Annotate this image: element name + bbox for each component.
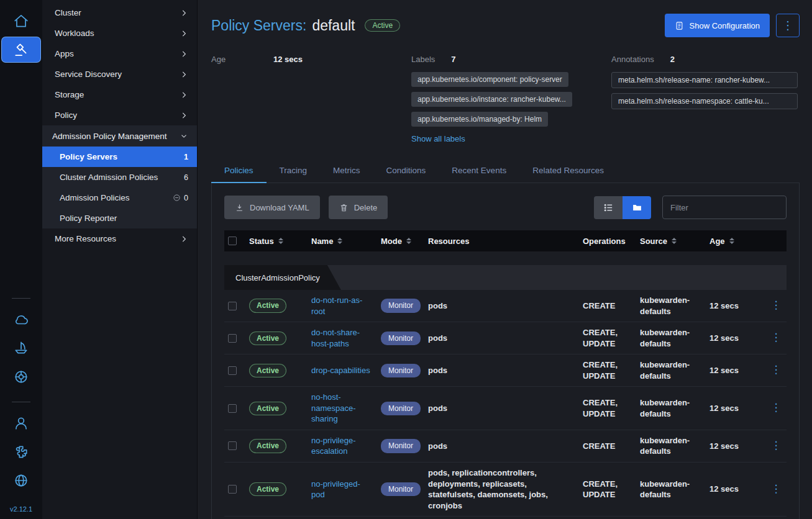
row-actions-kebab[interactable]: ⋮ (771, 439, 782, 453)
annotations-chips: meta.helm.sh/release-name: rancher-kubew… (611, 72, 800, 109)
operations-cell: CREATE (579, 430, 636, 463)
operations-cell: CREATE, UPDATE (579, 322, 636, 354)
mode-cell: Monitor (377, 322, 424, 354)
delete-button[interactable]: Delete (329, 196, 388, 219)
status-badge: Active (249, 332, 286, 345)
policy-name-link[interactable]: no-privileged-pod (311, 479, 373, 500)
tab-metrics[interactable]: Metrics (320, 160, 373, 183)
source-cell: kubewarden-defaults (636, 290, 706, 322)
header-actions-kebab[interactable]: ⋮ (776, 14, 800, 37)
mode-pill: Monitor (381, 364, 421, 377)
mode-pill: Monitor (381, 299, 421, 312)
row-checkbox[interactable] (228, 485, 237, 494)
age-cell: 12 secs (706, 430, 765, 463)
sidebar-item-policy[interactable]: Policy (42, 105, 197, 125)
sidebar-group-header[interactable]: Admission Policy Management (42, 125, 197, 147)
age-cell: 12 secs (706, 354, 765, 387)
grouped-view-button[interactable] (623, 196, 651, 219)
label-chip: app.kubernetes.io/instance: rancher-kube… (411, 92, 572, 107)
age-cell: 12 secs (706, 290, 765, 322)
select-all-checkbox[interactable] (228, 237, 237, 245)
sidebar-subitem-label: Policy Servers (60, 152, 184, 161)
mode-cell: Monitor (377, 463, 424, 517)
row-checkbox[interactable] (228, 404, 237, 413)
row-actions-kebab[interactable]: ⋮ (771, 363, 782, 377)
operations-cell: CREATE (579, 290, 636, 322)
tab-related-resources[interactable]: Related Resources (519, 160, 617, 183)
status-badge: Active (365, 19, 400, 32)
source-value: kubewarden-defaults (640, 327, 702, 349)
source-value: kubewarden-defaults (640, 295, 702, 317)
labels-label: Labels (411, 55, 435, 64)
resources-cell: pods (424, 430, 579, 463)
row-actions-kebab[interactable]: ⋮ (771, 482, 782, 497)
policy-name-link[interactable]: do-not-run-as-root (311, 295, 373, 317)
sidebar-item-label: Cluster (55, 8, 180, 17)
column-header-source[interactable]: Source (636, 230, 706, 251)
resources-value: pods (428, 403, 447, 414)
age-value: 12 secs (273, 55, 303, 64)
name-cell: do-not-share-host-paths (308, 322, 377, 354)
list-view-button[interactable] (594, 196, 623, 219)
labels-count: 7 (451, 55, 455, 64)
fleet-icon[interactable] (9, 336, 34, 361)
column-header-name[interactable]: Name (308, 230, 377, 251)
sidebar-item-cluster[interactable]: Cluster (42, 2, 197, 23)
row-checkbox[interactable] (228, 366, 237, 375)
column-header-age[interactable]: Age (706, 230, 765, 251)
show-configuration-button[interactable]: Show Configuration (665, 14, 770, 37)
user-icon[interactable] (9, 411, 34, 436)
sidebar-item-more-resources[interactable]: More Resources (42, 228, 197, 249)
policy-name-link[interactable]: no-privilege-escalation (311, 435, 373, 457)
annotations-count: 2 (670, 55, 675, 64)
age-value: 12 secs (709, 333, 739, 344)
column-header-status[interactable]: Status (245, 230, 308, 251)
sidebar-subitem-count: 1 (184, 153, 188, 161)
sort-icon (278, 238, 283, 244)
tab-tracing[interactable]: Tracing (267, 160, 321, 183)
resources-value: pods (428, 333, 447, 344)
home-icon[interactable] (9, 9, 34, 34)
filter-input[interactable] (662, 196, 787, 219)
sidebar-subitem-policy-reporter[interactable]: Policy Reporter (42, 208, 197, 228)
operations-value: CREATE, UPDATE (583, 359, 632, 381)
sidebar-item-service-discovery[interactable]: Service Discovery (42, 64, 197, 84)
group-label: ClusterAdmissionPolicy (224, 265, 341, 290)
sidebar-subitem-policy-servers[interactable]: Policy Servers 1 (42, 147, 197, 167)
row-actions-kebab[interactable]: ⋮ (771, 401, 782, 415)
sidebar-item-storage[interactable]: Storage (42, 84, 197, 105)
cluster-manager-icon[interactable] (9, 364, 34, 389)
chevron-right-icon (180, 91, 188, 99)
row-actions-kebab[interactable]: ⋮ (771, 331, 782, 345)
operations-value: CREATE, UPDATE (583, 327, 632, 349)
show-all-labels-link[interactable]: Show all labels (411, 134, 465, 143)
row-checkbox[interactable] (228, 334, 237, 343)
source-value: kubewarden-defaults (640, 359, 702, 381)
cloud-icon[interactable] (9, 307, 34, 332)
row-actions-cell: ⋮ (765, 430, 787, 463)
column-header-label: Name (311, 237, 333, 246)
policy-name-link[interactable]: no-host-namespace-sharing (311, 392, 373, 425)
sidebar-group-admission-policy-management: Admission Policy Management Policy Serve… (42, 125, 197, 228)
tab-policies[interactable]: Policies (211, 160, 267, 183)
source-cell: kubewarden-defaults (636, 354, 706, 387)
column-header-mode[interactable]: Mode (377, 230, 424, 251)
select-all-cell (224, 230, 245, 251)
sidebar-item-apps[interactable]: Apps (42, 43, 197, 64)
globe-icon[interactable] (9, 468, 34, 493)
kubewarden-icon[interactable] (2, 37, 40, 62)
sidebar-item-workloads[interactable]: Workloads (42, 23, 197, 43)
tab-conditions[interactable]: Conditions (373, 160, 439, 183)
row-checkbox[interactable] (228, 441, 237, 450)
row-actions-kebab[interactable]: ⋮ (771, 299, 782, 313)
sidebar-subitem-admission-policies[interactable]: Admission Policies 0 (42, 187, 197, 208)
folder-icon (632, 202, 642, 213)
sidebar-subitem-cluster-admission-policies[interactable]: Cluster Admission Policies 6 (42, 167, 197, 187)
row-checkbox[interactable] (228, 302, 237, 310)
tab-recent-events[interactable]: Recent Events (439, 160, 519, 183)
policy-name-link[interactable]: drop-capabilities (311, 365, 370, 376)
download-yaml-button[interactable]: Download YAML (224, 196, 320, 219)
extensions-icon[interactable] (9, 440, 34, 464)
labels-chips: app.kubernetes.io/component: policy-serv… (411, 72, 611, 127)
policy-name-link[interactable]: do-not-share-host-paths (311, 327, 373, 349)
